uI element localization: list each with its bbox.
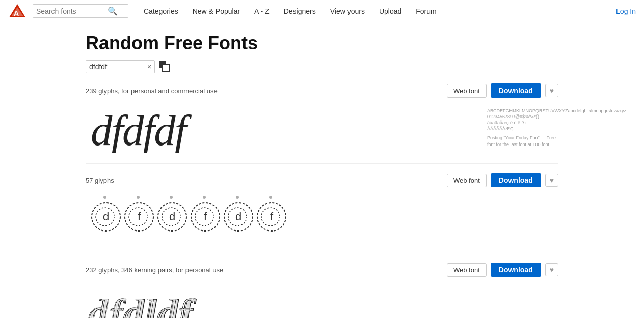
- nav-categories[interactable]: Categories: [137, 1, 185, 21]
- download-button[interactable]: Download: [491, 173, 541, 187]
- font-entry: 239 glyphs, for personal and commercial …: [86, 83, 558, 164]
- svg-text:dfdldf: dfdldf: [88, 291, 193, 318]
- web-font-button[interactable]: Web font: [447, 84, 487, 98]
- search-bar: 🔍: [33, 4, 128, 18]
- font-spec-panel: ABCDEFGHIJKLMNOPQRSTUVWXYZabcdefghijklmn…: [487, 108, 558, 148]
- nav-new-popular[interactable]: New & Popular: [185, 1, 247, 21]
- svg-text:d: d: [235, 210, 242, 223]
- font-preview-svg: dfdldf dfdldf dfdldf dfdldf: [86, 281, 289, 318]
- login-link[interactable]: Log In: [616, 7, 636, 15]
- main-nav: Categories New & Popular A - Z Designers…: [137, 1, 616, 21]
- filter-clear-button[interactable]: ×: [147, 63, 151, 71]
- svg-text:f: f: [138, 210, 141, 223]
- font-glyph-info: 232 glyphs, 346 kerning pairs, for perso…: [86, 266, 223, 274]
- svg-point-26: [236, 196, 239, 199]
- search-input[interactable]: [36, 7, 108, 15]
- svg-point-23: [137, 196, 140, 199]
- font-actions: Web font Download ♥: [447, 173, 558, 187]
- download-button[interactable]: Download: [491, 83, 541, 98]
- page-title: Random Free Fonts: [86, 33, 558, 54]
- svg-text:d: d: [103, 210, 109, 223]
- svg-text:dfdfdf: dfdfdf: [91, 106, 192, 153]
- favorite-button[interactable]: ♥: [545, 84, 558, 97]
- nav-upload[interactable]: Upload: [372, 1, 409, 21]
- web-font-button[interactable]: Web font: [447, 263, 487, 277]
- search-button[interactable]: 🔍: [108, 6, 118, 16]
- font-entry: 57 glyphs Web font Download ♥ d: [86, 173, 558, 253]
- font-entry: 232 glyphs, 346 kerning pairs, for perso…: [86, 263, 558, 318]
- font-actions: Web font Download ♥: [447, 263, 558, 277]
- site-logo[interactable]: A: [8, 2, 26, 20]
- filter-input-wrap: ×: [86, 60, 155, 73]
- font-meta-row: 239 glyphs, for personal and commercial …: [86, 83, 558, 98]
- nav-view-yours[interactable]: View yours: [323, 1, 372, 21]
- font-image: dfdfdf: [86, 102, 479, 154]
- font-glyph-info: 57 glyphs: [86, 177, 114, 184]
- font-preview: d f d f: [86, 191, 558, 244]
- favorite-button[interactable]: ♥: [545, 174, 558, 187]
- font-preview-svg: d f d f: [86, 191, 305, 242]
- svg-text:d: d: [169, 210, 175, 223]
- font-glyph-info: 239 glyphs, for personal and commercial …: [86, 87, 218, 95]
- nav-az[interactable]: A - Z: [247, 1, 277, 21]
- web-font-button[interactable]: Web font: [447, 174, 487, 187]
- svg-point-27: [269, 196, 272, 199]
- view-toggle-icon[interactable]: [159, 61, 170, 72]
- filter-input[interactable]: [89, 63, 145, 71]
- font-image: dfdldf dfdldf dfdldf dfdldf: [86, 281, 558, 318]
- font-meta-row: 57 glyphs Web font Download ♥: [86, 173, 558, 187]
- svg-text:f: f: [270, 210, 274, 223]
- font-meta-row: 232 glyphs, 346 kerning pairs, for perso…: [86, 263, 558, 277]
- nav-forum[interactable]: Forum: [409, 1, 443, 21]
- download-button[interactable]: Download: [491, 263, 541, 277]
- svg-text:A: A: [14, 9, 19, 17]
- main-content: Random Free Fonts × 239 glyphs, for pers…: [77, 22, 567, 318]
- svg-point-22: [103, 196, 106, 199]
- font-preview: dfdldf dfdldf dfdldf dfdldf: [86, 281, 558, 318]
- font-image: d f d f: [86, 191, 558, 244]
- svg-point-25: [203, 196, 206, 199]
- site-header: A 🔍 Categories New & Popular A - Z Desig…: [0, 0, 644, 22]
- font-actions: Web font Download ♥: [447, 83, 558, 98]
- favorite-button[interactable]: ♥: [545, 263, 558, 276]
- font-preview-svg: dfdfdf: [86, 102, 300, 153]
- svg-text:f: f: [204, 210, 207, 223]
- nav-designers[interactable]: Designers: [277, 1, 323, 21]
- svg-point-24: [170, 196, 173, 199]
- filter-bar: ×: [86, 60, 558, 73]
- font-preview: dfdfdf ABCDEFGHIJKLMNOPQRSTUVWXYZabcdefg…: [86, 102, 558, 154]
